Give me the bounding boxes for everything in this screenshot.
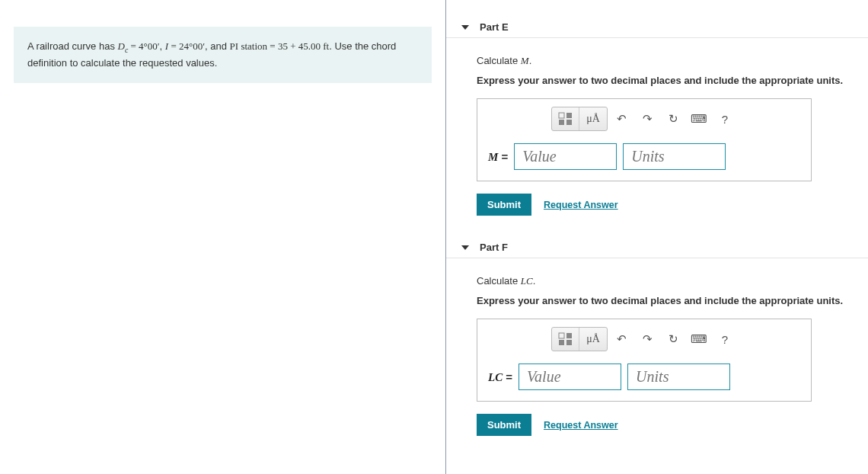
part-F-units-input[interactable] — [627, 364, 730, 390]
part-E-answer-box: μÅ ↶ ↷ ↻ ⌨ ? M = — [477, 98, 812, 181]
part-E-header[interactable]: Part E — [446, 17, 868, 38]
part-F-request-answer-link[interactable]: Request Answer — [544, 420, 617, 431]
problem-panel: A railroad curve has Dc = 4°00′, I = 24°… — [0, 0, 445, 474]
part-F-toolbar: μÅ ↶ ↷ ↻ ⌨ ? — [477, 327, 811, 351]
svg-rect-7 — [566, 340, 572, 345]
part-E-units-input[interactable] — [623, 143, 726, 170]
part-F-submit-button[interactable]: Submit — [477, 414, 531, 436]
val-I: = 24°00′ — [168, 40, 205, 52]
collapse-icon — [461, 245, 469, 250]
part-F-title: Part F — [480, 242, 508, 253]
part-F-answer-box: μÅ ↶ ↷ ↻ ⌨ ? LC = — [477, 319, 812, 402]
problem-text: A railroad curve has — [27, 40, 118, 52]
units-toolbar-button[interactable]: μÅ — [579, 107, 607, 130]
svg-rect-0 — [559, 113, 564, 118]
collapse-icon — [461, 25, 469, 30]
var-PI: PI station — [230, 40, 267, 52]
part-E-hint: Express your answer to two decimal place… — [477, 75, 853, 86]
reset-icon[interactable]: ↻ — [661, 107, 685, 130]
svg-rect-3 — [566, 120, 572, 125]
redo-icon[interactable]: ↷ — [635, 107, 659, 130]
svg-rect-6 — [559, 340, 564, 345]
redo-icon[interactable]: ↷ — [635, 328, 659, 351]
reset-icon[interactable]: ↻ — [661, 328, 685, 351]
undo-icon[interactable]: ↶ — [609, 107, 633, 130]
val-PI: = 35 + 45.00 ft — [267, 40, 329, 52]
answer-panel: Part E Calculate M. Express your answer … — [445, 0, 868, 474]
help-icon[interactable]: ? — [713, 107, 737, 130]
part-E-title: Part E — [480, 21, 509, 33]
svg-rect-2 — [559, 120, 564, 125]
val-Dc: = 4°00′ — [128, 40, 159, 52]
units-toolbar-button[interactable]: μÅ — [579, 328, 607, 351]
template-icon[interactable] — [552, 328, 579, 351]
part-F: Part F Calculate LC. Express your answer… — [446, 237, 868, 440]
svg-rect-1 — [566, 113, 572, 118]
help-icon[interactable]: ? — [713, 328, 737, 351]
keyboard-icon[interactable]: ⌨ — [687, 328, 711, 351]
part-E: Part E Calculate M. Express your answer … — [446, 17, 868, 220]
keyboard-icon[interactable]: ⌨ — [687, 107, 711, 130]
part-F-value-input[interactable] — [519, 364, 621, 390]
part-E-submit-button[interactable]: Submit — [477, 194, 531, 216]
part-E-request-answer-link[interactable]: Request Answer — [544, 200, 617, 210]
part-E-instruction: Calculate M. — [477, 55, 853, 67]
var-Dc: Dc — [118, 40, 129, 52]
part-F-hint: Express your answer to two decimal place… — [477, 295, 853, 306]
svg-rect-4 — [559, 333, 564, 338]
part-E-toolbar: μÅ ↶ ↷ ↻ ⌨ ? — [477, 107, 811, 131]
part-F-header[interactable]: Part F — [446, 237, 868, 258]
undo-icon[interactable]: ↶ — [609, 328, 633, 351]
part-E-var-label: M = — [488, 150, 508, 164]
svg-rect-5 — [566, 333, 572, 338]
part-F-var-label: LC = — [488, 370, 512, 384]
problem-statement: A railroad curve has Dc = 4°00′, I = 24°… — [14, 27, 432, 83]
template-icon[interactable] — [552, 107, 579, 130]
part-F-instruction: Calculate LC. — [477, 275, 853, 287]
part-E-value-input[interactable] — [514, 143, 617, 170]
